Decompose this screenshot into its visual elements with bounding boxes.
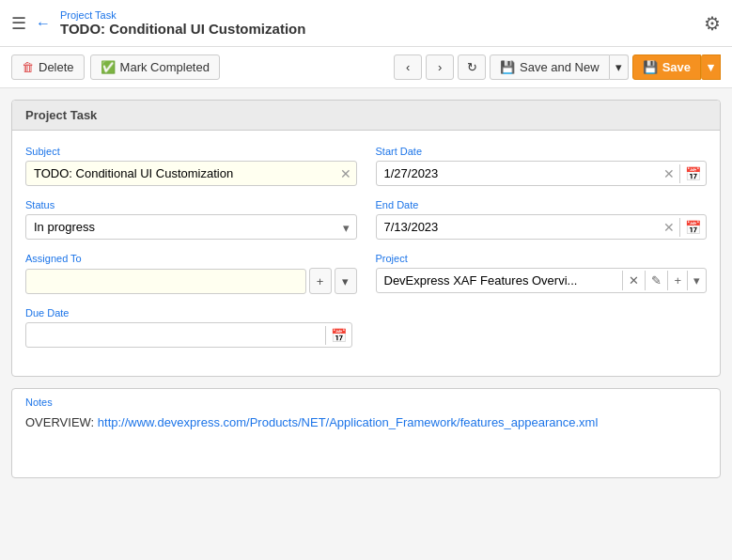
project-edit-button[interactable]: ✎ xyxy=(645,271,667,290)
form-group-placeholder xyxy=(371,307,707,348)
notes-label: Notes xyxy=(12,389,720,412)
project-clear-button[interactable]: ✕ xyxy=(622,271,645,290)
due-date-calendar-button[interactable]: 📅 xyxy=(325,326,351,345)
start-date-input[interactable] xyxy=(377,162,660,185)
due-date-label: Due Date xyxy=(25,307,352,319)
project-add-button[interactable]: + xyxy=(667,271,687,290)
form-card-body: Subject ✕ Start Date ✕ 📅 xyxy=(12,131,720,376)
delete-label: Delete xyxy=(39,60,74,74)
save-group: 💾 Save ▾ xyxy=(632,54,721,80)
due-date-input[interactable] xyxy=(26,323,325,347)
notes-link[interactable]: http://www.devexpress.com/Products/NET/A… xyxy=(98,415,599,429)
breadcrumb: Project Task xyxy=(60,9,305,21)
start-date-clear-button[interactable]: ✕ xyxy=(659,164,679,183)
subject-clear-button[interactable]: ✕ xyxy=(335,164,356,183)
check-circle-icon: ✅ xyxy=(101,60,116,74)
settings-icon[interactable]: ⚙ xyxy=(704,12,721,35)
delete-button[interactable]: 🗑 Delete xyxy=(11,54,85,80)
toolbar: 🗑 Delete ✅ Mark Completed ‹ › ↻ 💾 Save a… xyxy=(0,47,732,88)
page-title: TODO: Conditional UI Customization xyxy=(60,21,305,37)
save-and-new-button[interactable]: 💾 Save and New xyxy=(490,54,610,80)
form-group-assigned-to: Assigned To + ▾ xyxy=(25,253,357,294)
save-dropdown-button[interactable]: ▾ xyxy=(701,54,721,80)
form-group-subject: Subject ✕ xyxy=(25,146,357,186)
end-date-calendar-button[interactable]: 📅 xyxy=(679,218,706,237)
end-date-input[interactable] xyxy=(377,215,660,239)
main-content: Project Task Subject ✕ Start Date ✕ xyxy=(0,88,732,490)
toolbar-right: ‹ › ↻ 💾 Save and New ▾ 💾 Save ▾ xyxy=(394,54,721,80)
subject-input-wrapper: ✕ xyxy=(25,161,357,186)
form-row-2: Status In progress Not started Completed… xyxy=(25,199,707,240)
delete-icon: 🗑 xyxy=(22,60,34,74)
assigned-to-label: Assigned To xyxy=(25,253,357,264)
due-date-input-wrapper: 📅 xyxy=(25,322,352,348)
assigned-to-input[interactable] xyxy=(25,269,306,294)
subject-input[interactable] xyxy=(26,162,335,185)
status-label: Status xyxy=(25,199,357,210)
save-and-new-dropdown-button[interactable]: ▾ xyxy=(610,54,629,80)
subject-label: Subject xyxy=(25,146,357,157)
form-card-header: Project Task xyxy=(12,101,720,131)
toolbar-left: 🗑 Delete ✅ Mark Completed xyxy=(11,54,388,80)
save-and-new-group: 💾 Save and New ▾ xyxy=(490,54,629,80)
save-floppy-icon: 💾 xyxy=(643,60,658,74)
refresh-button[interactable]: ↻ xyxy=(458,54,486,80)
hamburger-icon[interactable]: ☰ xyxy=(11,13,26,34)
form-row-1: Subject ✕ Start Date ✕ 📅 xyxy=(25,146,707,186)
save-button[interactable]: 💾 Save xyxy=(632,54,701,80)
form-group-start-date: Start Date ✕ 📅 xyxy=(376,146,708,186)
notes-prefix: OVERVIEW: xyxy=(25,415,98,429)
project-label: Project xyxy=(376,253,708,264)
project-input[interactable] xyxy=(377,269,623,292)
status-select[interactable]: In progress Not started Completed Deferr… xyxy=(25,214,357,240)
form-group-end-date: End Date ✕ 📅 xyxy=(376,199,708,240)
save-label: Save xyxy=(662,60,691,74)
start-date-input-wrapper: ✕ 📅 xyxy=(376,161,708,186)
start-date-label: Start Date xyxy=(376,146,708,157)
end-date-input-wrapper: ✕ 📅 xyxy=(376,214,708,240)
form-row-3: Assigned To + ▾ Project ✕ ✎ + ▾ xyxy=(25,253,707,294)
status-select-wrapper: In progress Not started Completed Deferr… xyxy=(25,214,357,240)
form-group-project: Project ✕ ✎ + ▾ xyxy=(376,253,708,294)
form-group-due-date: Due Date 📅 xyxy=(25,307,352,348)
nav-next-button[interactable]: › xyxy=(426,54,454,80)
project-dropdown-button[interactable]: ▾ xyxy=(687,271,706,290)
form-card: Project Task Subject ✕ Start Date ✕ xyxy=(11,100,721,377)
save-icon-small: 💾 xyxy=(500,60,515,74)
form-row-4: Due Date 📅 xyxy=(25,307,707,348)
save-and-new-label: Save and New xyxy=(520,60,600,74)
assigned-to-input-wrapper: + ▾ xyxy=(25,268,357,294)
header-left: ☰ ← Project Task TODO: Conditional UI Cu… xyxy=(11,9,305,37)
end-date-clear-button[interactable]: ✕ xyxy=(659,218,679,237)
start-date-calendar-button[interactable]: 📅 xyxy=(679,164,706,183)
assigned-to-add-button[interactable]: + xyxy=(309,268,332,294)
form-card-title: Project Task xyxy=(25,108,97,122)
mark-completed-label: Mark Completed xyxy=(120,60,210,74)
notes-content[interactable]: OVERVIEW: http://www.devexpress.com/Prod… xyxy=(12,412,720,477)
nav-prev-button[interactable]: ‹ xyxy=(394,54,422,80)
app-header: ☰ ← Project Task TODO: Conditional UI Cu… xyxy=(0,0,732,47)
mark-completed-button[interactable]: ✅ Mark Completed xyxy=(90,54,220,80)
form-group-status: Status In progress Not started Completed… xyxy=(25,199,357,240)
assigned-to-dropdown-button[interactable]: ▾ xyxy=(335,268,357,294)
notes-section: Notes OVERVIEW: http://www.devexpress.co… xyxy=(11,388,721,478)
back-button[interactable]: ← xyxy=(36,15,51,32)
header-title-block: Project Task TODO: Conditional UI Custom… xyxy=(60,9,305,37)
end-date-label: End Date xyxy=(376,199,708,210)
project-input-wrapper: ✕ ✎ + ▾ xyxy=(376,268,708,293)
